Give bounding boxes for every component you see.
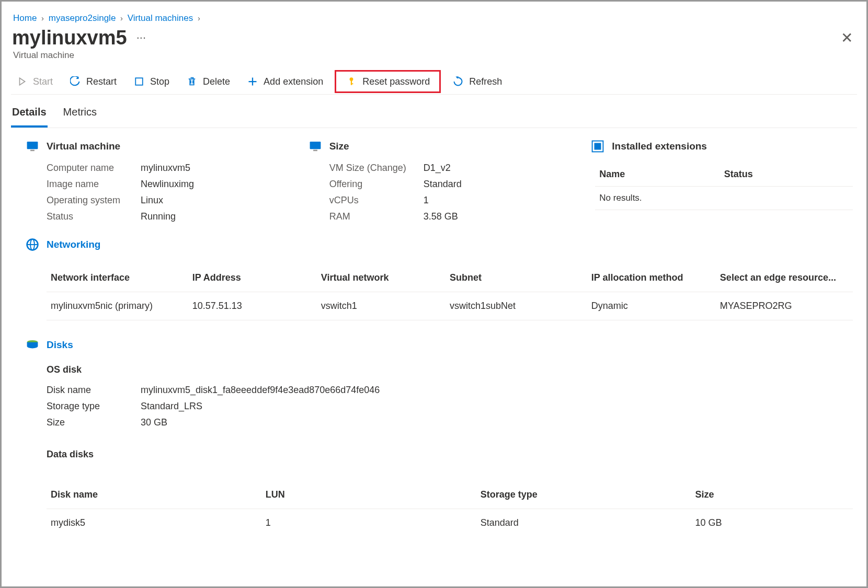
label-ram: RAM <box>329 211 424 222</box>
restart-button[interactable]: Restart <box>64 73 122 90</box>
add-extension-button[interactable]: Add extension <box>242 73 328 90</box>
cell-edge: MYASEPRO2RG <box>720 301 849 312</box>
value-status: Running <box>141 211 288 222</box>
tab-bar: Details Metrics <box>11 102 857 128</box>
breadcrumb-device[interactable]: myasepro2single <box>49 13 116 23</box>
restart-icon <box>70 76 81 87</box>
value-vcpus: 1 <box>424 195 570 206</box>
cell-nic: mylinuxvm5nic (primary) <box>51 301 192 312</box>
label-image-name: Image name <box>47 179 141 190</box>
value-os: Linux <box>141 195 288 206</box>
cell-vnet: vswitch1 <box>321 301 450 312</box>
value-disk-name: mylinuxvm5_disk1_fa8eeeddef9f4e3ead870e6… <box>141 385 329 396</box>
tab-details[interactable]: Details <box>11 102 48 128</box>
table-row: mydisk5 1 Standard 10 GB <box>47 509 853 537</box>
label-offering: Offering <box>329 179 424 190</box>
refresh-label: Refresh <box>469 76 502 87</box>
start-button[interactable]: Start <box>11 73 58 90</box>
value-ram: 3.58 GB <box>424 211 570 222</box>
refresh-icon <box>452 76 464 87</box>
section-title-extensions: Installed extensions <box>612 141 707 152</box>
label-status: Status <box>47 211 141 222</box>
section-title-size: Size <box>329 141 349 152</box>
page-subtitle: Virtual machine <box>13 50 857 61</box>
key-icon <box>346 76 357 87</box>
col-dd-size: Size <box>695 489 849 500</box>
cell-dd-storage: Standard <box>481 517 695 528</box>
value-size: 30 GB <box>141 417 329 428</box>
reset-password-button[interactable]: Reset password <box>335 70 441 93</box>
col-subnet: Subnet <box>450 272 591 283</box>
section-size: Size VM Size (Change) D1_v2 Offering Sta… <box>309 140 570 222</box>
stop-label: Stop <box>150 76 169 87</box>
start-label: Start <box>33 76 53 87</box>
chevron-right-icon: › <box>120 14 123 22</box>
chevron-right-icon: › <box>198 14 200 22</box>
reset-password-label: Reset password <box>362 76 430 87</box>
label-computer-name: Computer name <box>47 163 141 174</box>
delete-button[interactable]: Delete <box>181 73 235 90</box>
cell-ip: 10.57.51.13 <box>192 301 321 312</box>
section-networking: Networking Network interface IP Address … <box>26 238 853 320</box>
label-storage-type: Storage type <box>47 401 141 412</box>
os-disk-heading: OS disk <box>47 364 853 375</box>
label-disk-name: Disk name <box>47 385 141 396</box>
svg-rect-0 <box>135 78 143 85</box>
col-ext-status: Status <box>724 169 849 180</box>
label-size: Size <box>47 417 141 428</box>
close-icon[interactable]: ✕ <box>837 29 857 47</box>
trash-icon <box>186 76 198 87</box>
value-computer-name: mylinuxvm5 <box>141 163 288 174</box>
cell-dd-size: 10 GB <box>695 517 849 528</box>
cell-subnet: vswitch1subNet <box>450 301 591 312</box>
breadcrumb: Home › myasepro2single › Virtual machine… <box>13 13 857 24</box>
table-row: mylinuxvm5nic (primary) 10.57.51.13 vswi… <box>47 292 853 320</box>
col-edge: Select an edge resource... <box>720 272 849 283</box>
value-storage-type: Standard_LRS <box>141 401 329 412</box>
data-disks-heading: Data disks <box>47 449 853 460</box>
chevron-right-icon: › <box>41 14 44 22</box>
value-vm-size: D1_v2 <box>424 163 570 174</box>
svg-rect-5 <box>30 150 35 152</box>
col-alloc: IP allocation method <box>591 272 720 283</box>
breadcrumb-home[interactable]: Home <box>13 13 37 23</box>
delete-label: Delete <box>203 76 230 87</box>
col-nic: Network interface <box>51 272 192 283</box>
section-title-networking[interactable]: Networking <box>47 239 100 250</box>
section-extensions: Installed extensions Name Status No resu… <box>591 140 853 222</box>
stop-icon <box>133 76 145 87</box>
monitor-icon <box>26 140 39 153</box>
play-icon <box>16 76 28 87</box>
network-icon <box>26 238 39 251</box>
add-extension-label: Add extension <box>264 76 323 87</box>
cell-alloc: Dynamic <box>591 301 720 312</box>
section-vm: Virtual machine Computer name mylinuxvm5… <box>26 140 288 222</box>
col-dd-storage: Storage type <box>481 489 695 500</box>
col-ext-name: Name <box>599 169 724 180</box>
svg-rect-2 <box>351 80 352 85</box>
label-vm-size: VM Size (Change) <box>329 163 424 174</box>
section-title-vm: Virtual machine <box>47 141 120 152</box>
cell-dd-lun: 1 <box>266 517 481 528</box>
stop-button[interactable]: Stop <box>128 73 175 90</box>
svg-rect-7 <box>313 150 317 152</box>
value-image-name: Newlinuximg <box>141 179 288 190</box>
refresh-button[interactable]: Refresh <box>447 73 507 90</box>
svg-rect-4 <box>27 142 38 149</box>
change-size-link[interactable]: Change <box>370 163 403 173</box>
disk-icon <box>26 338 39 352</box>
col-ip: IP Address <box>192 272 321 283</box>
col-dd-name: Disk name <box>51 489 266 500</box>
section-title-disks[interactable]: Disks <box>47 339 73 351</box>
svg-rect-6 <box>310 142 321 149</box>
extension-icon <box>591 140 604 153</box>
value-offering: Standard <box>424 179 570 190</box>
section-disks: Disks OS disk Disk name mylinuxvm5_disk1… <box>26 338 853 537</box>
label-os: Operating system <box>47 195 141 206</box>
restart-label: Restart <box>86 76 117 87</box>
tab-metrics[interactable]: Metrics <box>62 102 98 128</box>
col-dd-lun: LUN <box>266 489 481 500</box>
page-title: mylinuxvm5 <box>12 27 127 49</box>
more-menu-icon[interactable]: ··· <box>136 31 146 44</box>
breadcrumb-vms[interactable]: Virtual machines <box>128 13 193 23</box>
